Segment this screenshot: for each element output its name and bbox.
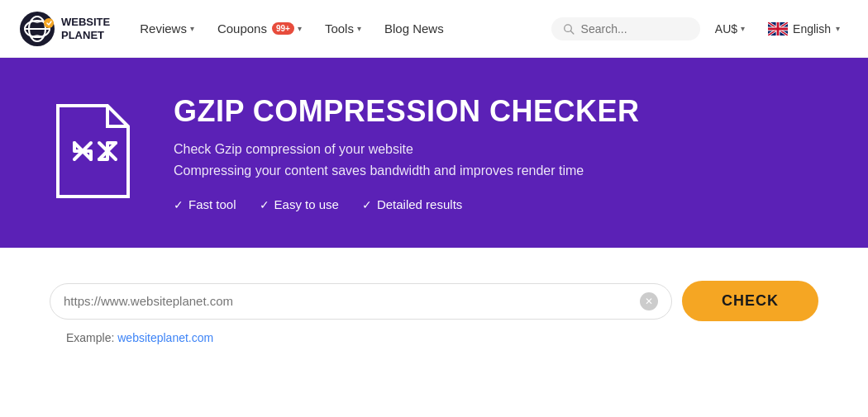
clear-button[interactable]: ✕ [640, 292, 658, 310]
feature-easy-to-use: ✓ Easy to use [260, 197, 339, 211]
input-row: ✕ CHECK [50, 281, 818, 321]
chevron-down-icon: ▾ [190, 24, 194, 33]
flag-icon [768, 22, 788, 36]
checkmark-icon-2: ✓ [260, 198, 269, 211]
example-prefix: Example: [66, 331, 117, 344]
example-text: Example: websiteplanet.com [50, 331, 818, 344]
search-input[interactable] [581, 22, 689, 36]
svg-point-4 [44, 18, 54, 28]
feature-label-2: Easy to use [274, 197, 339, 211]
chevron-down-icon-coupons: ▾ [298, 24, 302, 33]
nav-tools[interactable]: Tools ▾ [315, 15, 371, 42]
nav-blog-news[interactable]: Blog News [374, 15, 454, 42]
checkmark-icon-3: ✓ [362, 198, 372, 211]
hero-features: ✓ Fast tool ✓ Easy to use ✓ Detailed res… [174, 197, 639, 211]
coupons-badge: 99+ [272, 22, 294, 35]
hero-description: Check Gzip compression of your website C… [174, 139, 639, 181]
chevron-down-icon-currency: ▾ [741, 24, 745, 33]
nav-coupons[interactable]: Coupons 99+ ▾ [207, 15, 312, 42]
tool-area: ✕ CHECK Example: websiteplanet.com [0, 248, 868, 369]
hero-title: GZIP COMPRESSION CHECKER [174, 94, 639, 129]
logo-text-line2: PLANET [61, 29, 110, 42]
chevron-down-icon-lang: ▾ [836, 24, 840, 33]
hero-desc-line2: Compressing your content saves bandwidth… [174, 160, 639, 182]
language-label: English [793, 22, 831, 36]
feature-label-3: Detailed results [377, 197, 462, 211]
logo-text-line1: WEBSITE [61, 16, 110, 29]
nav-reviews[interactable]: Reviews ▾ [130, 15, 204, 42]
checkmark-icon: ✓ [174, 198, 184, 211]
search-icon [563, 22, 575, 36]
hero-content: GZIP COMPRESSION CHECKER Check Gzip comp… [174, 94, 639, 211]
search-area[interactable] [551, 17, 700, 40]
hero-icon [50, 97, 141, 208]
language-selector[interactable]: English ▾ [760, 16, 848, 42]
hero-desc-line1: Check Gzip compression of your website [174, 139, 639, 160]
navbar: WEBSITE PLANET Reviews ▾ Coupons 99+ ▾ T… [0, 0, 868, 58]
url-input-wrapper: ✕ [50, 283, 672, 320]
nav-links: Reviews ▾ Coupons 99+ ▾ Tools ▾ Blog New… [130, 15, 545, 42]
feature-fast-tool: ✓ Fast tool [174, 197, 236, 211]
check-button[interactable]: CHECK [682, 281, 818, 321]
url-input[interactable] [64, 294, 640, 308]
feature-label: Fast tool [188, 197, 236, 211]
hero-banner: GZIP COMPRESSION CHECKER Check Gzip comp… [0, 58, 868, 248]
svg-line-6 [570, 31, 573, 33]
example-link[interactable]: websiteplanet.com [117, 331, 213, 344]
logo[interactable]: WEBSITE PLANET [20, 12, 110, 46]
feature-detailed-results: ✓ Detailed results [362, 197, 462, 211]
currency-label: AU$ [715, 22, 737, 36]
currency-selector[interactable]: AU$ ▾ [707, 16, 753, 42]
chevron-down-icon-tools: ▾ [357, 24, 361, 33]
